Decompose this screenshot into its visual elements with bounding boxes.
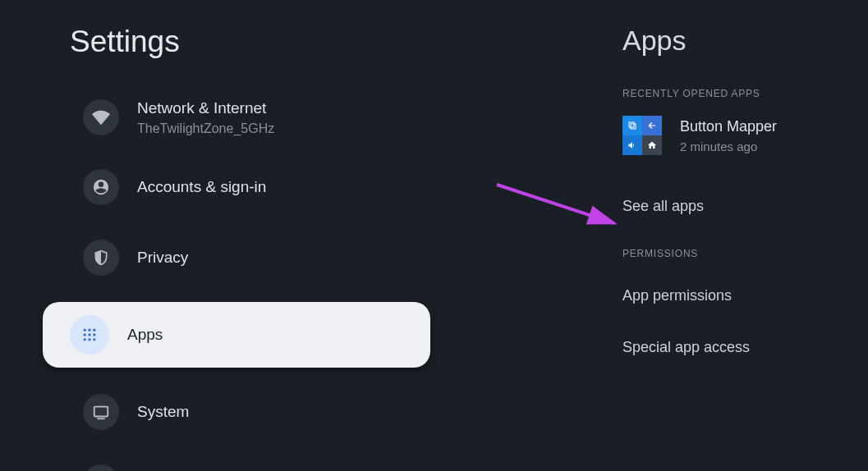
svg-line-15 (497, 185, 614, 223)
sidebar-item-label: Network & Internet (137, 99, 274, 117)
special-app-access-link[interactable]: Special app access (622, 327, 861, 368)
svg-point-2 (93, 329, 95, 332)
svg-point-0 (84, 329, 86, 332)
sidebar-item-label: Privacy (137, 249, 188, 267)
sidebar-item-system[interactable]: System (13, 382, 430, 441)
svg-rect-14 (631, 124, 636, 129)
see-all-apps-link[interactable]: See all apps (622, 186, 861, 226)
sidebar-item-remotes[interactable]: Remotes & Accessories (13, 453, 430, 471)
app-permissions-link[interactable]: App permissions (622, 276, 861, 316)
button-mapper-icon (622, 116, 662, 155)
svg-point-3 (84, 333, 86, 336)
permissions-header: Permissions (622, 248, 861, 259)
svg-rect-13 (629, 122, 634, 127)
settings-left-panel: Settings Network & Internet TheTwilightZ… (0, 0, 443, 471)
sidebar-item-label: Apps (127, 326, 163, 344)
svg-point-4 (88, 333, 90, 336)
account-icon (83, 169, 119, 205)
tv-icon (83, 394, 119, 430)
shield-icon (83, 240, 119, 276)
apps-detail-panel: Apps Recently opened apps Button Mapper … (622, 25, 861, 377)
page-title: Settings (70, 25, 443, 59)
svg-point-6 (84, 338, 86, 341)
recent-app-button-mapper[interactable]: Button Mapper 2 minutes ago (622, 116, 861, 155)
svg-point-1 (88, 329, 90, 332)
detail-title: Apps (622, 25, 861, 57)
sidebar-item-privacy[interactable]: Privacy (13, 228, 430, 287)
sidebar-item-label: Accounts & sign-in (137, 178, 266, 196)
recent-app-name: Button Mapper (680, 118, 777, 135)
sidebar-item-network[interactable]: Network & Internet TheTwilightZone_5GHz (13, 85, 430, 149)
recently-opened-header: Recently opened apps (622, 88, 861, 99)
recent-app-time: 2 minutes ago (680, 139, 777, 153)
svg-point-8 (93, 338, 95, 341)
annotation-arrow (485, 172, 632, 246)
sidebar-item-accounts[interactable]: Accounts & sign-in (13, 158, 430, 217)
remote-icon (83, 464, 119, 471)
wifi-icon (83, 99, 119, 135)
svg-point-7 (88, 338, 90, 341)
sidebar-item-apps[interactable]: Apps (43, 302, 430, 368)
svg-point-5 (93, 333, 95, 336)
svg-rect-9 (94, 407, 108, 417)
sidebar-item-label: System (137, 403, 189, 421)
sidebar-item-sub: TheTwilightZone_5GHz (137, 121, 274, 136)
apps-grid-icon (70, 315, 109, 354)
